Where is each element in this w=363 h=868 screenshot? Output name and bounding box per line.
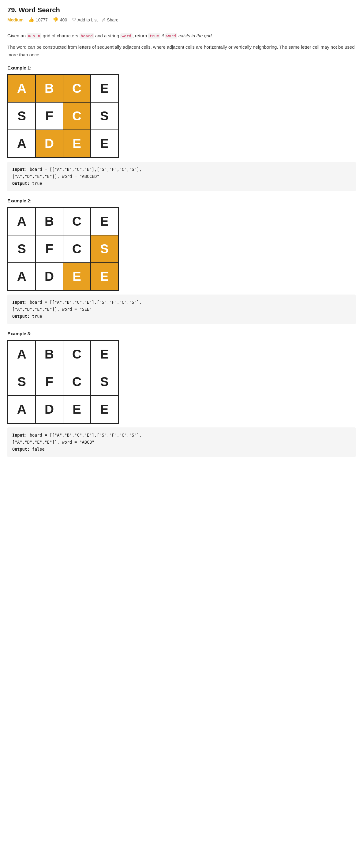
grid-cell-1-3: S xyxy=(91,368,118,396)
grid-cell-2-3: E xyxy=(91,263,118,290)
grid-cell-2-3: E xyxy=(91,130,118,157)
m-code: m x n xyxy=(27,33,41,38)
examples-container: Example 1:ABCESFCSADEEInput: board = [["… xyxy=(7,65,356,457)
dislikes-count: 400 xyxy=(60,18,67,22)
description-line2: The word can be constructed from letters… xyxy=(7,43,356,59)
grid-cell-1-3: S xyxy=(91,102,118,130)
board-code: board xyxy=(79,33,94,38)
example-3-code: Input: board = [["A","B","C","E"],["S","… xyxy=(7,427,356,457)
dislikes-button[interactable]: 👎 400 xyxy=(53,17,67,23)
grid-cell-2-1: D xyxy=(35,263,63,290)
example-3-grid: ABCESFCSADEE xyxy=(7,340,119,424)
grid-row-1: SFCS xyxy=(8,102,118,130)
grid-cell-2-0: A xyxy=(8,396,35,423)
share-label: Share xyxy=(107,18,118,22)
grid-cell-0-0: A xyxy=(8,75,35,102)
grid-row-1: SFCS xyxy=(8,235,118,263)
grid-cell-2-0: A xyxy=(8,130,35,157)
grid-row-2: ADEE xyxy=(8,263,118,290)
grid-row-0: ABCE xyxy=(8,208,118,235)
grid-row-0: ABCE xyxy=(8,340,118,368)
grid-cell-2-1: D xyxy=(35,396,63,423)
true-code: true xyxy=(148,33,160,38)
likes-button[interactable]: 👍 10777 xyxy=(29,17,48,23)
grid-cell-0-3: E xyxy=(91,208,118,235)
thumbs-up-icon: 👍 xyxy=(29,17,34,23)
grid-cell-2-0: A xyxy=(8,263,35,290)
example-1-label: Example 1: xyxy=(7,65,356,70)
difficulty-badge[interactable]: Medium xyxy=(7,18,24,22)
example-2-code: Input: board = [["A","B","C","E"],["S","… xyxy=(7,294,356,324)
grid-cell-0-3: E xyxy=(91,340,118,368)
heart-icon: ♡ xyxy=(72,17,76,23)
example-2-grid: ABCESFCSADEE xyxy=(7,207,119,291)
add-to-list-label: Add to List xyxy=(77,18,98,22)
grid-cell-2-2: E xyxy=(63,263,91,290)
share-icon: ⎙ xyxy=(102,18,105,23)
add-to-list-button[interactable]: ♡ Add to List xyxy=(72,17,98,23)
grid-row-0: ABCE xyxy=(8,75,118,102)
grid-cell-0-1: B xyxy=(35,75,63,102)
grid-cell-0-2: C xyxy=(63,208,91,235)
likes-count: 10777 xyxy=(36,18,48,22)
thumbs-down-icon: 👎 xyxy=(53,17,59,23)
grid-cell-2-1: D xyxy=(35,130,63,157)
word-code: word xyxy=(120,33,132,38)
grid-cell-1-3: S xyxy=(91,235,118,263)
share-button[interactable]: ⎙ Share xyxy=(102,18,118,23)
grid-cell-0-0: A xyxy=(8,208,35,235)
example-2-label: Example 2: xyxy=(7,198,356,203)
example-1-grid: ABCESFCSADEE xyxy=(7,74,119,158)
grid-cell-2-2: E xyxy=(63,130,91,157)
description-line1: Given an m x n grid of characters board … xyxy=(7,32,356,40)
grid-cell-1-1: F xyxy=(35,368,63,396)
problem-description: Given an m x n grid of characters board … xyxy=(7,32,356,59)
grid-cell-2-2: E xyxy=(63,396,91,423)
grid-row-2: ADEE xyxy=(8,130,118,157)
grid-cell-0-0: A xyxy=(8,340,35,368)
grid-row-1: SFCS xyxy=(8,368,118,396)
example-3-label: Example 3: xyxy=(7,331,356,336)
page-title: 79. Word Search xyxy=(7,6,356,14)
grid-cell-0-1: B xyxy=(35,208,63,235)
grid-cell-1-2: C xyxy=(63,368,91,396)
grid-cell-1-0: S xyxy=(8,102,35,130)
grid-cell-0-2: C xyxy=(63,75,91,102)
grid-cell-1-0: S xyxy=(8,235,35,263)
grid-cell-1-1: F xyxy=(35,235,63,263)
grid-cell-1-2: C xyxy=(63,235,91,263)
grid-cell-1-0: S xyxy=(8,368,35,396)
grid-cell-0-3: E xyxy=(91,75,118,102)
example-1-code: Input: board = [["A","B","C","E"],["S","… xyxy=(7,162,356,191)
grid-row-2: ADEE xyxy=(8,396,118,423)
grid-cell-1-2: C xyxy=(63,102,91,130)
word-code2: word xyxy=(165,33,177,38)
meta-row: Medium 👍 10777 👎 400 ♡ Add to List ⎙ Sha… xyxy=(7,17,356,27)
grid-cell-1-1: F xyxy=(35,102,63,130)
grid-cell-0-1: B xyxy=(35,340,63,368)
grid-cell-2-3: E xyxy=(91,396,118,423)
grid-cell-0-2: C xyxy=(63,340,91,368)
